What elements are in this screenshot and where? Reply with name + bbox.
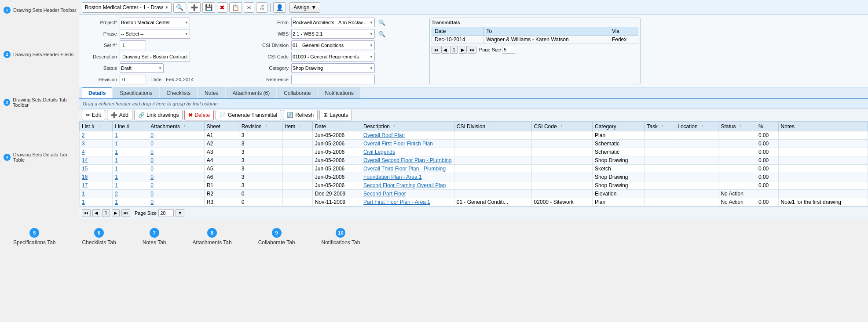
cell-description-link[interactable]: Overall Second Floor Plan - Plumbing	[363, 157, 452, 163]
cell-attachments-link[interactable]: 0	[150, 182, 154, 188]
delete-button[interactable]: ✖	[217, 2, 227, 13]
last-page-button[interactable]: ⏭	[468, 46, 476, 54]
col-date[interactable]: Date ⋮	[312, 122, 361, 131]
first-page-button[interactable]: ⏮	[432, 46, 440, 54]
cell-attachments[interactable]: 0	[148, 181, 204, 190]
cell-list[interactable]: 15	[80, 165, 113, 173]
cell-attachments-link[interactable]: 0	[150, 191, 154, 197]
cell-attachments[interactable]: 0	[148, 131, 204, 140]
cell-attachments[interactable]: 0	[148, 165, 204, 173]
prev-page-nav[interactable]: ◀	[92, 209, 100, 217]
cell-attachments-link[interactable]: 0	[150, 157, 154, 163]
project-dropdown[interactable]: Boston Medical Center - 1 - Draw ▼	[82, 2, 172, 13]
cell-list[interactable]: 3	[80, 140, 113, 148]
cell-line[interactable]: 1	[113, 165, 148, 173]
page-size-dropdown-btn[interactable]: ▼	[176, 209, 184, 217]
cell-attachments[interactable]: 0	[148, 190, 204, 198]
status-select[interactable]: Draft	[120, 63, 164, 73]
cell-description-link[interactable]: Second Floor Framing Overall Plan	[363, 182, 446, 188]
cell-line[interactable]: 1	[113, 156, 148, 165]
tab-details[interactable]: Details	[82, 87, 112, 98]
cell-line-link[interactable]: 1	[115, 166, 118, 172]
col-location[interactable]: Location ⋮	[675, 122, 718, 131]
next-page-button[interactable]: ▶	[459, 46, 467, 54]
first-page-nav[interactable]: ⏮	[82, 209, 91, 217]
cell-list[interactable]: 14	[80, 156, 113, 165]
cell-list[interactable]: 17	[80, 181, 113, 190]
cell-list[interactable]: 1	[80, 190, 113, 198]
tab-attachments[interactable]: Attachments (6)	[226, 87, 276, 98]
cell-attachments[interactable]: 0	[148, 140, 204, 148]
cell-description[interactable]: Part First Floor Plan - Area 1	[361, 198, 454, 206]
cell-list[interactable]: 1	[80, 198, 113, 206]
copy-button[interactable]: 📋	[229, 2, 242, 13]
revision-input[interactable]	[120, 75, 146, 84]
search-button[interactable]: 🔍	[173, 2, 186, 13]
col-sheet[interactable]: Sheet ⋮	[204, 122, 239, 131]
wbs-select[interactable]: 2.1 - WBS 2.1	[291, 29, 375, 39]
tab-notes[interactable]: Notes	[198, 87, 225, 98]
cell-description[interactable]: Overall Roof Plan	[361, 131, 454, 140]
cell-description-link[interactable]: Overall Third Floor Plan - Plumbing	[363, 166, 446, 172]
col-notes[interactable]: Notes ⋮	[778, 122, 868, 131]
cell-list-link[interactable]: 15	[82, 166, 88, 172]
col-line[interactable]: Line # ⋮	[113, 122, 148, 131]
cell-line-link[interactable]: 1	[115, 141, 118, 147]
page-size-main-input[interactable]	[158, 209, 174, 217]
cell-line-link[interactable]: 1	[115, 182, 118, 188]
wbs-search-button[interactable]: 🔍	[377, 31, 386, 37]
delete-row-button[interactable]: ✖ Delete	[184, 110, 214, 120]
layouts-button[interactable]: ⊞ Layouts	[319, 110, 352, 120]
cell-list-link[interactable]: 1	[82, 191, 85, 197]
cell-description[interactable]: Overall Third Floor Plan - Plumbing	[361, 165, 454, 173]
cell-attachments[interactable]: 0	[148, 148, 204, 156]
edit-button[interactable]: ✏ Edit	[82, 110, 105, 120]
email-button[interactable]: ✉	[244, 2, 254, 13]
tab-checklists[interactable]: Checklists	[160, 87, 197, 98]
print-button[interactable]: 🖨	[256, 2, 267, 13]
cell-line[interactable]: 1	[113, 148, 148, 156]
cell-attachments-link[interactable]: 0	[150, 141, 154, 147]
col-csi-code[interactable]: CSI Code ⋮	[531, 122, 592, 131]
csi-division-select[interactable]: 01 - General Conditions	[291, 40, 375, 50]
col-item[interactable]: Item ⋮	[282, 122, 312, 131]
cell-description-link[interactable]: Civil Legends	[363, 149, 395, 155]
cell-line[interactable]: 1	[113, 181, 148, 190]
cell-description-link[interactable]: Overall Roof Plan	[363, 132, 405, 138]
col-percent[interactable]: % ⋮	[756, 122, 778, 131]
next-page-nav[interactable]: ▶	[112, 209, 120, 217]
cell-line-link[interactable]: 1	[115, 149, 118, 155]
col-status[interactable]: Status ⋮	[718, 122, 756, 131]
cell-attachments[interactable]: 0	[148, 173, 204, 181]
tab-collaborate[interactable]: Collaborate	[277, 87, 317, 98]
prev-page-button[interactable]: ◀	[441, 46, 449, 54]
last-page-nav[interactable]: ⏭	[121, 209, 130, 217]
col-csi-division[interactable]: CSI Division ⋮	[454, 122, 531, 131]
csi-code-select[interactable]: 01000 - General Requirements	[291, 52, 375, 62]
cell-list[interactable]: 4	[80, 148, 113, 156]
refresh-button[interactable]: 🔄 Refresh	[283, 110, 318, 120]
cell-line-link[interactable]: 1	[115, 199, 118, 205]
cell-line[interactable]: 2	[113, 190, 148, 198]
tab-specifications[interactable]: Specifications	[113, 87, 159, 98]
save-button[interactable]: 💾	[202, 2, 215, 13]
cell-description[interactable]: Second Floor Framing Overall Plan	[361, 181, 454, 190]
reference-input[interactable]	[291, 75, 375, 84]
description-input[interactable]	[120, 52, 190, 62]
cell-description[interactable]: Second Part Floor	[361, 190, 454, 198]
cell-description-link[interactable]: Second Part Floor	[363, 191, 406, 197]
from-search-button[interactable]: 🔍	[377, 19, 386, 26]
user-button[interactable]: 👤	[273, 2, 286, 13]
page-num-nav[interactable]: 1	[102, 209, 110, 217]
add-row-button[interactable]: ➕ Add	[107, 110, 132, 120]
assign-button[interactable]: Assign ▼	[289, 2, 320, 13]
col-revision[interactable]: Revision ⋮	[239, 122, 282, 131]
generate-transmittal-button[interactable]: 📄 Generate Transmittal	[216, 110, 281, 120]
cell-line[interactable]: 1	[113, 198, 148, 206]
cell-list-link[interactable]: 16	[82, 174, 88, 180]
cell-description[interactable]: Overall First Floor Finish Plan	[361, 140, 454, 148]
cell-attachments-link[interactable]: 0	[150, 132, 154, 138]
col-category[interactable]: Category ⋮	[593, 122, 645, 131]
cell-attachments-link[interactable]: 0	[150, 199, 154, 205]
cell-list-link[interactable]: 2	[82, 132, 85, 138]
